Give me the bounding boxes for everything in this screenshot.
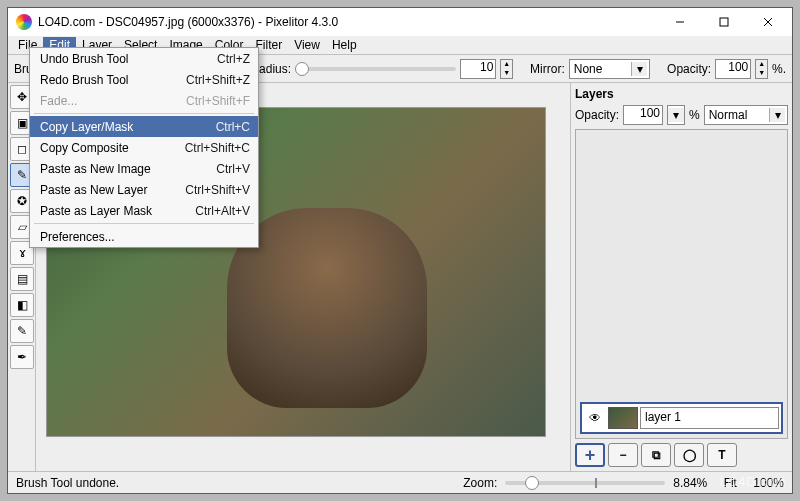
opacity-input[interactable]: 100 bbox=[715, 59, 751, 79]
layer-opacity-label: Opacity: bbox=[575, 108, 619, 122]
radius-spinner[interactable]: ▲▼ bbox=[500, 59, 513, 79]
tool-picker[interactable]: ✎ bbox=[10, 319, 34, 343]
menu-item-label: Paste as Layer Mask bbox=[40, 204, 195, 218]
menu-item-label: Undo Brush Tool bbox=[40, 52, 217, 66]
layer-list[interactable]: 👁 layer 1 bbox=[575, 129, 788, 439]
menu-item-shortcut: Ctrl+Shift+V bbox=[185, 183, 250, 197]
tool-gradient[interactable]: ▤ bbox=[10, 267, 34, 291]
radius-slider[interactable] bbox=[295, 67, 456, 71]
edit-menu-dropdown: Undo Brush ToolCtrl+ZRedo Brush ToolCtrl… bbox=[29, 47, 259, 248]
menu-item-label: Paste as New Image bbox=[40, 162, 216, 176]
menu-item-shortcut: Ctrl+V bbox=[216, 162, 250, 176]
menu-separator bbox=[34, 113, 254, 114]
opacity-spinner[interactable]: ▲▼ bbox=[755, 59, 768, 79]
opacity-label: Opacity: bbox=[667, 62, 711, 76]
menu-item-shortcut: Ctrl+Shift+Z bbox=[186, 73, 250, 87]
window-title: LO4D.com - DSC04957.jpg (6000x3376) - Pi… bbox=[38, 15, 658, 29]
add-layer-button[interactable]: + bbox=[575, 443, 605, 467]
mask-button[interactable]: ◯ bbox=[674, 443, 704, 467]
delete-layer-button[interactable]: − bbox=[608, 443, 638, 467]
text-layer-button[interactable]: T bbox=[707, 443, 737, 467]
menu-separator bbox=[34, 223, 254, 224]
radius-input[interactable]: 10 bbox=[460, 59, 496, 79]
menu-item-label: Preferences... bbox=[40, 230, 250, 244]
blend-mode-dropdown[interactable]: Normal▾ bbox=[704, 105, 788, 125]
chevron-down-icon: ▾ bbox=[769, 108, 785, 122]
menu-item-shortcut: Ctrl+C bbox=[216, 120, 250, 134]
mirror-dropdown[interactable]: None▾ bbox=[569, 59, 650, 79]
menu-item-copy-composite[interactable]: Copy CompositeCtrl+Shift+C bbox=[30, 137, 258, 158]
zoom-thumb[interactable] bbox=[525, 476, 539, 490]
zoom-value: 8.84% bbox=[673, 476, 707, 490]
menu-help[interactable]: Help bbox=[326, 37, 363, 53]
duplicate-layer-button[interactable]: ⧉ bbox=[641, 443, 671, 467]
slider-thumb[interactable] bbox=[295, 62, 309, 76]
menu-item-shortcut: Ctrl+Z bbox=[217, 52, 250, 66]
opacity-suffix: %. bbox=[772, 62, 786, 76]
chevron-down-icon: ▾ bbox=[668, 108, 684, 122]
layer-name-input[interactable]: layer 1 bbox=[640, 407, 779, 429]
app-icon bbox=[16, 14, 32, 30]
layer-buttons: + − ⧉ ◯ T bbox=[575, 443, 788, 467]
menu-item-preferences-[interactable]: Preferences... bbox=[30, 226, 258, 247]
svg-rect-1 bbox=[720, 18, 728, 26]
menu-item-paste-as-layer-mask[interactable]: Paste as Layer MaskCtrl+Alt+V bbox=[30, 200, 258, 221]
menu-item-copy-layer-mask[interactable]: Copy Layer/MaskCtrl+C bbox=[30, 116, 258, 137]
zoom-label: Zoom: bbox=[463, 476, 497, 490]
zoom-fit-button[interactable]: Fit bbox=[715, 476, 745, 490]
menu-item-shortcut: Ctrl+Alt+V bbox=[195, 204, 250, 218]
layer-item[interactable]: 👁 layer 1 bbox=[580, 402, 783, 434]
menu-item-undo-brush-tool[interactable]: Undo Brush ToolCtrl+Z bbox=[30, 48, 258, 69]
minimize-button[interactable] bbox=[658, 8, 702, 36]
chevron-down-icon: ▾ bbox=[631, 62, 647, 76]
titlebar: LO4D.com - DSC04957.jpg (6000x3376) - Pi… bbox=[8, 8, 792, 36]
layer-opacity-dropdown[interactable]: ▾ bbox=[667, 105, 685, 125]
layer-thumbnail[interactable] bbox=[608, 407, 638, 429]
layers-title: Layers bbox=[575, 87, 788, 101]
status-message: Brush Tool undone. bbox=[16, 476, 119, 490]
layer-opacity-suffix: % bbox=[689, 108, 700, 122]
radius-label: adius: bbox=[259, 62, 291, 76]
menu-item-shortcut: Ctrl+Shift+F bbox=[186, 94, 250, 108]
menu-item-shortcut: Ctrl+Shift+C bbox=[185, 141, 250, 155]
visibility-icon[interactable]: 👁 bbox=[584, 407, 606, 429]
menu-item-label: Redo Brush Tool bbox=[40, 73, 186, 87]
tool-pen[interactable]: ✒ bbox=[10, 345, 34, 369]
menu-item-paste-as-new-layer[interactable]: Paste as New LayerCtrl+Shift+V bbox=[30, 179, 258, 200]
tool-bucket[interactable]: ◧ bbox=[10, 293, 34, 317]
menu-item-label: Paste as New Layer bbox=[40, 183, 185, 197]
close-button[interactable] bbox=[746, 8, 790, 36]
menu-item-label: Copy Layer/Mask bbox=[40, 120, 216, 134]
menu-item-paste-as-new-image[interactable]: Paste as New ImageCtrl+V bbox=[30, 158, 258, 179]
menu-view[interactable]: View bbox=[288, 37, 326, 53]
menu-item-label: Fade... bbox=[40, 94, 186, 108]
zoom-100-button[interactable]: 100% bbox=[753, 476, 784, 490]
mirror-label: Mirror: bbox=[530, 62, 565, 76]
layers-panel: Layers Opacity: 100 ▾ % Normal▾ 👁 layer … bbox=[570, 83, 792, 471]
statusbar: Brush Tool undone. Zoom: 8.84% Fit 100% bbox=[8, 471, 792, 493]
layer-opacity-input[interactable]: 100 bbox=[623, 105, 663, 125]
maximize-button[interactable] bbox=[702, 8, 746, 36]
menu-item-fade-: Fade...Ctrl+Shift+F bbox=[30, 90, 258, 111]
menu-item-label: Copy Composite bbox=[40, 141, 185, 155]
zoom-tick bbox=[595, 478, 597, 488]
menu-item-redo-brush-tool[interactable]: Redo Brush ToolCtrl+Shift+Z bbox=[30, 69, 258, 90]
zoom-slider[interactable] bbox=[505, 481, 665, 485]
